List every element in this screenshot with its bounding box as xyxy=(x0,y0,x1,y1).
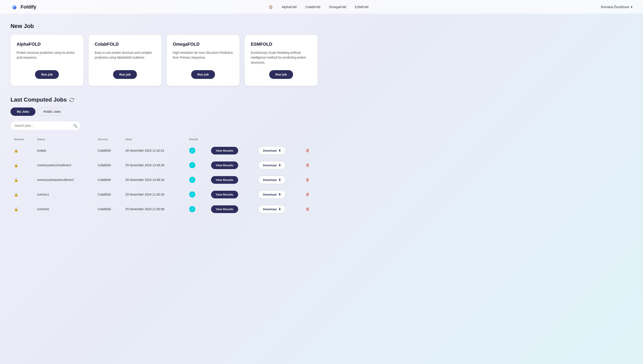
esmfold-card-title: ESMFOLD xyxy=(251,42,311,47)
logo-text: Foldify xyxy=(21,4,36,10)
download-cell[interactable]: Download ⬇ xyxy=(255,202,302,216)
view-results-button[interactable]: View Results xyxy=(211,191,238,198)
shared-cell: 🔒 xyxy=(11,202,34,216)
refresh-icon[interactable] xyxy=(69,98,74,102)
download-cell[interactable]: Download ⬇ xyxy=(255,187,302,202)
table-row: 🔒 numrec1 Colabfold 25 November 2024 11:… xyxy=(11,187,317,202)
download-icon: ⬇ xyxy=(278,164,281,167)
download-button[interactable]: Download ⬇ xyxy=(258,146,285,155)
lock-icon: 🔒 xyxy=(14,164,18,167)
colabfold-card: ColabFOLD Easy to use protein structure … xyxy=(89,35,161,86)
delete-icon[interactable]: 🗑 xyxy=(306,148,310,153)
nav-esmfold[interactable]: ESMFold xyxy=(355,5,369,9)
tab-public-jobs[interactable]: Public Jobs xyxy=(37,108,67,116)
start-cell: 25 November 2024 13:48:39 xyxy=(122,158,186,172)
name-cell: numrecyclesautomultimer3 xyxy=(34,172,94,187)
colabfold-run-button[interactable]: Run job xyxy=(113,70,137,79)
name-cell: numrec0 xyxy=(34,202,94,216)
delete-icon[interactable]: 🗑 xyxy=(306,163,310,167)
delete-icon[interactable]: 🗑 xyxy=(306,192,310,197)
view-results-cell[interactable]: View Results xyxy=(208,187,255,202)
result-check-icon: ✓ xyxy=(189,206,195,212)
delete-cell[interactable]: 🗑 xyxy=(302,187,317,202)
search-icon: 🔍 xyxy=(73,124,77,128)
search-input[interactable] xyxy=(11,121,81,130)
shared-cell: 🔒 xyxy=(11,172,34,187)
delete-cell[interactable]: 🗑 xyxy=(302,158,317,172)
omegafold-card-desc: High-resolution de novo Structure Predic… xyxy=(173,50,233,65)
result-cell: ✓ xyxy=(186,187,208,202)
computed-jobs-title: Last Computed Jobs xyxy=(11,96,67,103)
download-cell[interactable]: Download ⬇ xyxy=(255,158,302,172)
start-cell: 25 November 2024 13:48:16 xyxy=(122,172,186,187)
logo[interactable]: Foldify xyxy=(11,3,36,11)
delete-cell[interactable]: 🗑 xyxy=(302,202,317,216)
download-button[interactable]: Download ⬇ xyxy=(258,161,285,169)
view-results-cell[interactable]: View Results xyxy=(208,172,255,187)
service-cell: Colabfold xyxy=(94,143,122,158)
view-results-button[interactable]: View Results xyxy=(211,176,238,184)
download-button[interactable]: Download ⬇ xyxy=(258,176,285,184)
new-job-title: New Job xyxy=(11,23,317,30)
job-cards-row: AlphaFOLD Protein structure prediction u… xyxy=(11,35,317,86)
download-cell[interactable]: Download ⬇ xyxy=(255,143,302,158)
alphafold-card-title: AlphaFOLD xyxy=(17,42,77,47)
lock-icon: 🔒 xyxy=(14,178,18,182)
colabfold-card-title: ColabFOLD xyxy=(95,42,155,47)
nav-home[interactable]: 🏠 xyxy=(269,5,273,9)
shared-cell: 🔒 xyxy=(11,158,34,172)
nav-colabfold[interactable]: ColabFold xyxy=(305,5,320,9)
col-result: Result xyxy=(186,136,208,143)
download-cell[interactable]: Download ⬇ xyxy=(255,172,302,187)
result-cell: ✓ xyxy=(186,158,208,172)
delete-icon[interactable]: 🗑 xyxy=(306,178,310,182)
navbar: Foldify 🏠 AlphaFold ColabFold OmegaFold … xyxy=(0,0,643,14)
result-check-icon: ✓ xyxy=(189,192,195,198)
delete-icon[interactable]: 🗑 xyxy=(306,207,310,211)
alphafold-card: AlphaFOLD Protein structure prediction u… xyxy=(11,35,83,86)
delete-cell[interactable]: 🗑 xyxy=(302,143,317,158)
result-check-icon: ✓ xyxy=(189,148,195,154)
download-button[interactable]: Download ⬇ xyxy=(258,205,285,213)
chevron-down-icon: ▾ xyxy=(631,5,632,9)
name-cell: numrecycles12multimer3 xyxy=(34,158,94,172)
view-results-button[interactable]: View Results xyxy=(211,147,238,154)
view-results-cell[interactable]: View Results xyxy=(208,202,255,216)
lock-icon: 🔒 xyxy=(14,207,18,211)
lock-icon: 🔒 xyxy=(14,193,18,196)
view-results-button[interactable]: View Results xyxy=(211,162,238,169)
shared-cell: 🔒 xyxy=(11,187,34,202)
result-check-icon: ✓ xyxy=(189,177,195,183)
nav-alphafold[interactable]: AlphaFold xyxy=(282,5,296,9)
tabs-row: My Jobs Public Jobs xyxy=(11,108,317,116)
service-cell: Colabfold xyxy=(94,158,122,172)
alphafold-run-button[interactable]: Run job xyxy=(35,70,59,79)
result-cell: ✓ xyxy=(186,172,208,187)
view-results-button[interactable]: View Results xyxy=(211,206,238,213)
alphafold-card-desc: Protein structure prediction using its a… xyxy=(17,50,77,65)
user-menu[interactable]: Romana Ďuráčiová ▾ xyxy=(601,5,632,9)
colabfold-card-desc: Easy to use protein structure and comple… xyxy=(95,50,155,65)
jobs-table: Shared Name Service Start Result 🔒 testj… xyxy=(11,136,317,216)
service-cell: Colabfold xyxy=(94,172,122,187)
esmfold-run-button[interactable]: Run job xyxy=(269,70,293,79)
tab-my-jobs[interactable]: My Jobs xyxy=(11,108,36,116)
col-name: Name xyxy=(34,136,94,143)
col-start: Start xyxy=(122,136,186,143)
shared-cell: 🔒 xyxy=(11,143,34,158)
view-results-cell[interactable]: View Results xyxy=(208,158,255,172)
esmfold-card-desc: Evolutionary Scale Modeling artificial i… xyxy=(251,50,311,65)
download-icon: ⬇ xyxy=(278,193,281,196)
start-cell: 25 November 2024 11:00:08 xyxy=(122,202,186,216)
download-button[interactable]: Download ⬇ xyxy=(258,190,285,198)
nav-links: 🏠 AlphaFold ColabFold OmegaFold ESMFold xyxy=(269,5,368,9)
nav-omegafold[interactable]: OmegaFold xyxy=(329,5,346,9)
omegafold-run-button[interactable]: Run job xyxy=(191,70,215,79)
delete-cell[interactable]: 🗑 xyxy=(302,172,317,187)
logo-icon xyxy=(11,3,18,11)
start-cell: 26 November 2024 11:42:01 xyxy=(122,143,186,158)
view-results-cell[interactable]: View Results xyxy=(208,143,255,158)
name-cell: numrec1 xyxy=(34,187,94,202)
col-service: Service xyxy=(94,136,122,143)
result-check-icon: ✓ xyxy=(189,162,195,168)
